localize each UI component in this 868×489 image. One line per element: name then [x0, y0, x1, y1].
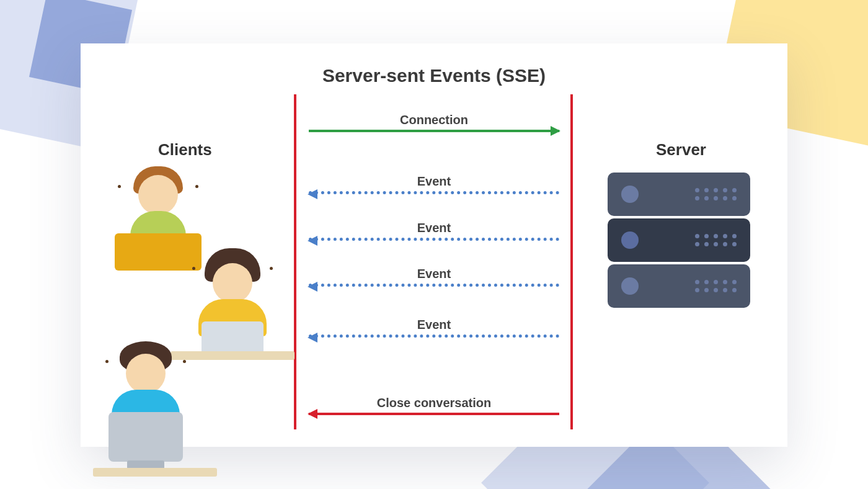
connection-label: Connection [309, 113, 559, 127]
event-flow: Event [309, 318, 559, 338]
arrow-left-icon [309, 334, 559, 338]
arrow-left-icon [309, 413, 559, 415]
close-label: Close conversation [309, 396, 559, 410]
client-lifeline [294, 94, 296, 429]
server-heading: Server [656, 140, 706, 159]
close-flow: Close conversation [309, 396, 559, 415]
event-flow: Event [309, 174, 559, 194]
event-label: Event [309, 221, 559, 235]
event-label: Event [309, 267, 559, 281]
event-flow: Event [309, 267, 559, 287]
diagram-title: Server-sent Events (SSE) [0, 65, 868, 86]
server-lifeline [570, 94, 573, 429]
client-person-icon [93, 341, 198, 477]
event-label: Event [309, 318, 559, 332]
arrow-left-icon [309, 238, 559, 241]
server-rack-icon [608, 173, 750, 308]
connection-flow: Connection [309, 113, 559, 132]
arrow-left-icon [309, 191, 559, 194]
clients-illustration [87, 161, 285, 428]
arrow-left-icon [309, 284, 559, 287]
event-label: Event [309, 174, 559, 189]
server-illustration [608, 173, 750, 313]
event-flow: Event [309, 221, 559, 241]
clients-heading: Clients [158, 140, 212, 159]
arrow-right-icon [309, 130, 559, 132]
